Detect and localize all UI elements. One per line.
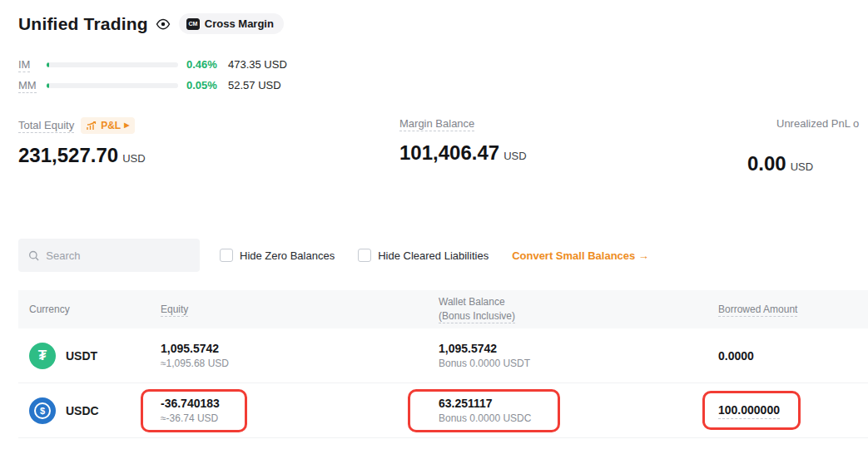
margin-balance-stat: Margin Balance 101,406.47USD (399, 117, 527, 165)
im-rate-row: IM 0.46% 473.35 USD (18, 54, 868, 75)
mm-rate-row: MM 0.05% 52.57 USD (18, 75, 868, 96)
header-row: Unified Trading CM Cross Margin (0, 0, 868, 34)
margin-rates: IM 0.46% 473.35 USD MM 0.05% 52.57 USD (18, 54, 868, 96)
usdc-equity-cell: -36.740183 ≈-36.74 USD (161, 389, 439, 432)
unrealized-pnl-label: Unrealized PnL o (776, 117, 859, 130)
col-currency: Currency (29, 304, 161, 315)
usdt-borrowed-cell: 0.0000 (718, 349, 868, 363)
annotation-box-wallet: 63.251117 Bonus 0.0000 USDC (408, 389, 560, 432)
usdt-wallet-cell: 1,095.5742 Bonus 0.0000 USDT (439, 342, 718, 369)
wallet-bonus-value: Bonus 0.0000 USDT (439, 358, 718, 369)
balances-table: Currency Equity Wallet Balance (Bonus In… (18, 290, 868, 438)
unrealized-pnl-value: 0.00 (747, 152, 786, 175)
usdt-coin-icon: ₮ (29, 343, 56, 369)
borrowed-amount-value: 100.000000 (718, 403, 780, 419)
mm-label: MM (18, 79, 37, 93)
table-row-usdt[interactable]: ₮ USDT 1,095.5742 ≈1,095.68 USD 1,095.57… (18, 328, 868, 383)
cross-margin-badge[interactable]: CM Cross Margin (179, 13, 284, 34)
mm-percent: 0.05% (186, 79, 228, 91)
table-header-row: Currency Equity Wallet Balance (Bonus In… (18, 290, 868, 328)
im-value: 473.35 USD (228, 58, 287, 71)
margin-balance-unit: USD (503, 150, 526, 162)
unified-trading-panel: Unified Trading CM Cross Margin IM 0.46%… (0, 0, 868, 459)
usdc-coin-icon: $ (29, 397, 56, 424)
search-box[interactable] (18, 239, 200, 272)
cross-margin-icon: CM (186, 18, 200, 30)
margin-balance-value: 101,406.47 (399, 141, 499, 164)
col-wallet-line2: (Bonus Inclusive) (439, 310, 515, 323)
col-wallet-line1: Wallet Balance (439, 296, 505, 308)
currency-name: USDC (66, 404, 99, 417)
annotation-box-borrowed: 100.000000 (702, 391, 801, 430)
usdc-wallet-cell: 63.251117 Bonus 0.0000 USDC (439, 389, 718, 432)
borrowed-amount-value: 0.0000 (718, 349, 868, 363)
pnl-chart-icon (87, 121, 97, 131)
pnl-label: P&L (101, 120, 121, 131)
wallet-bonus-value: Bonus 0.0000 USDC (439, 412, 531, 424)
convert-small-balances-link[interactable]: Convert Small Balances → (512, 249, 649, 262)
im-progress-bar (47, 62, 178, 67)
pnl-badge[interactable]: P&L ▶ (81, 117, 135, 134)
filter-row: Hide Zero Balances Hide Cleared Liabilit… (18, 239, 868, 272)
usdc-borrowed-cell: 100.000000 (718, 391, 868, 430)
mm-value: 52.57 USD (228, 79, 281, 91)
equity-usd-value: ≈1,095.68 USD (161, 358, 439, 369)
mm-progress-fill (47, 83, 49, 88)
im-percent: 0.46% (186, 58, 228, 71)
checkbox-icon[interactable] (358, 249, 371, 262)
search-input[interactable] (46, 249, 190, 262)
usdt-equity-cell: 1,095.5742 ≈1,095.68 USD (161, 342, 439, 369)
wallet-balance-value: 63.251117 (439, 397, 531, 410)
visibility-eye-icon[interactable] (156, 17, 171, 32)
im-label: IM (18, 58, 30, 72)
hide-zero-balances-label: Hide Zero Balances (240, 249, 335, 262)
table-row-usdc[interactable]: $ USDC -36.740183 ≈-36.74 USD 63.251117 … (18, 383, 868, 438)
cross-margin-label: Cross Margin (205, 17, 274, 30)
currency-name: USDT (66, 349, 97, 363)
hide-cleared-liabilities-checkbox[interactable]: Hide Cleared Liabilities (358, 249, 489, 262)
account-stats: Total Equity P&L ▶ 231,527.70USD Margin … (0, 117, 868, 185)
equity-usd-value: ≈-36.74 USD (161, 412, 220, 424)
im-progress-fill (47, 62, 49, 67)
pnl-caret-icon: ▶ (124, 122, 129, 129)
equity-value: 1,095.5742 (161, 342, 439, 355)
col-equity: Equity (161, 304, 188, 317)
hide-zero-balances-checkbox[interactable]: Hide Zero Balances (220, 249, 335, 262)
search-icon (28, 249, 39, 262)
margin-balance-label: Margin Balance (399, 117, 474, 131)
unrealized-pnl-stat: 0.00USD (747, 152, 813, 175)
total-equity-stat: Total Equity P&L ▶ 231,527.70USD (18, 117, 146, 167)
total-equity-unit: USD (122, 152, 145, 165)
annotation-box-equity: -36.740183 ≈-36.74 USD (141, 389, 247, 432)
total-equity-label: Total Equity (18, 119, 74, 133)
total-equity-value: 231,527.70 (18, 144, 118, 166)
page-title: Unified Trading (18, 14, 148, 34)
mm-progress-bar (47, 83, 178, 88)
col-wallet-balance: Wallet Balance (Bonus Inclusive) (439, 295, 718, 324)
equity-value: -36.740183 (161, 397, 220, 410)
unrealized-pnl-unit: USD (791, 160, 813, 173)
wallet-balance-value: 1,095.5742 (439, 342, 718, 355)
col-borrowed-amount: Borrowed Amount (718, 304, 797, 317)
checkbox-icon[interactable] (220, 249, 233, 262)
hide-cleared-liabilities-label: Hide Cleared Liabilities (378, 249, 489, 262)
